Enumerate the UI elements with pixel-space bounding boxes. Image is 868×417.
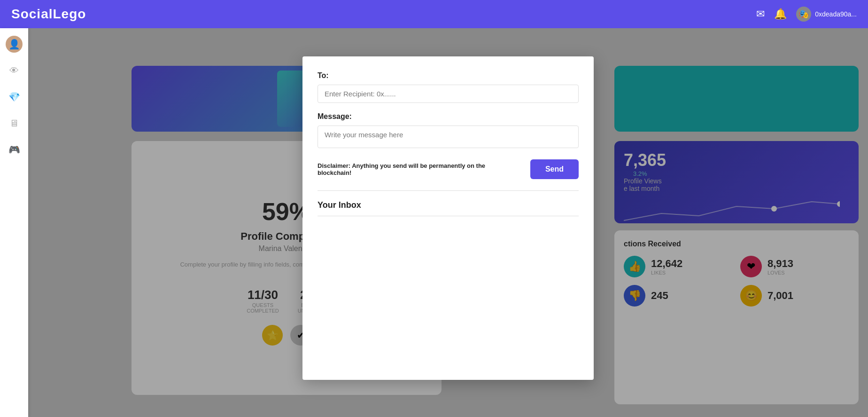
to-label: To: — [318, 71, 579, 80]
message-label: Message: — [318, 112, 579, 121]
sidebar-item-display[interactable]: 🖥 — [6, 115, 23, 132]
sidebar: 👤 👁 💎 🖥 🎮 — [0, 28, 28, 417]
inbox-content — [318, 224, 579, 365]
user-menu[interactable]: 🎭 0xdeada90a... — [796, 7, 857, 22]
wallet-address: 0xdeada90a... — [815, 10, 857, 18]
sidebar-item-diamond[interactable]: 💎 — [6, 88, 23, 105]
sidebar-item-game[interactable]: 🎮 — [6, 141, 23, 158]
message-modal: To: Message: Disclaimer: Anything you se… — [302, 56, 594, 380]
bell-icon[interactable]: 🔔 — [774, 8, 787, 20]
header-avatar: 🎭 — [796, 7, 811, 22]
recipient-input[interactable] — [318, 85, 579, 103]
disclaimer-text: Disclaimer: Anything you send will be pe… — [318, 162, 530, 176]
sidebar-item-eye[interactable]: 👁 — [6, 62, 23, 79]
message-textarea[interactable] — [318, 126, 579, 148]
main-content: ♥ 👍 👎 59% Profile Completion Marina Vale… — [28, 28, 868, 417]
disclaimer-row: Disclaimer: Anything you send will be pe… — [318, 159, 579, 179]
header: SocialLego ✉ 🔔 🎭 0xdeada90a... — [0, 0, 868, 28]
modal-divider — [318, 190, 579, 191]
inbox-divider — [318, 216, 579, 216]
modal-overlay[interactable]: To: Message: Disclaimer: Anything you se… — [28, 28, 868, 417]
mail-icon[interactable]: ✉ — [756, 8, 765, 20]
sidebar-avatar[interactable]: 👤 — [6, 36, 23, 53]
send-button[interactable]: Send — [530, 159, 579, 179]
inbox-label: Your Inbox — [318, 200, 579, 210]
app-logo: SocialLego — [11, 7, 86, 22]
header-actions: ✉ 🔔 🎭 0xdeada90a... — [756, 7, 857, 22]
